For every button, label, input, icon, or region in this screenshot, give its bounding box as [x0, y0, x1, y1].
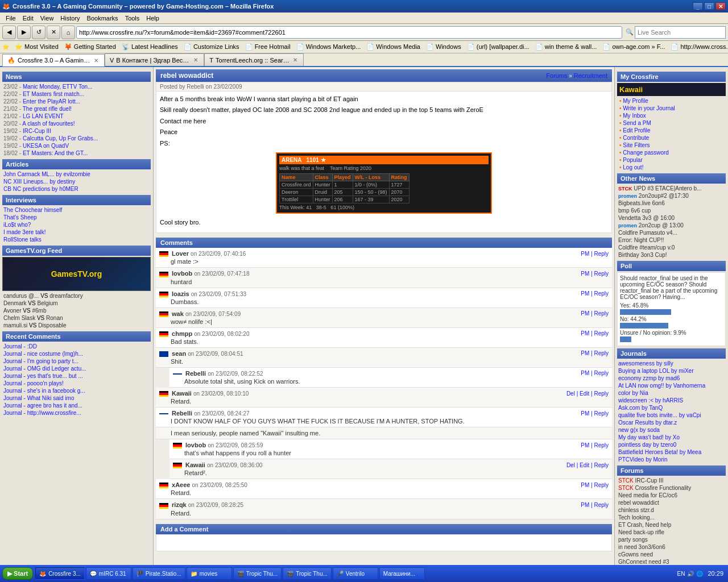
bookmark-item[interactable]: 📄 Free Hotmail: [243, 43, 293, 51]
news-item[interactable]: 19/02 - IRC-Cup III: [2, 127, 151, 135]
back-button[interactable]: ◀: [2, 26, 16, 39]
news-item[interactable]: 22/02 - ET Masters first match...: [2, 90, 151, 98]
recent-comment-item[interactable]: Journal - http://www.crossfire...: [2, 409, 151, 417]
other-news-item[interactable]: promen 2on2cup @ 13:00: [617, 222, 726, 229]
team1[interactable]: Chelm Slask: [3, 315, 35, 321]
tray-vol[interactable]: 🔊: [687, 571, 694, 577]
menu-help[interactable]: Help: [143, 14, 163, 23]
news-item[interactable]: 21/02 - LG LAN EVENT: [2, 113, 151, 120]
recent-comment-item[interactable]: Journal - I'm going to party t...: [2, 357, 151, 365]
comment-author[interactable]: Lover: [172, 250, 189, 257]
comment-author[interactable]: lovbob: [172, 270, 192, 277]
forum-item[interactable]: Need back-up rifle: [617, 529, 726, 536]
interview-item[interactable]: iLo$t who?: [2, 221, 151, 228]
team1[interactable]: mamuli.si: [3, 322, 27, 329]
team1[interactable]: candurus @...: [3, 293, 39, 299]
menu-tools[interactable]: Tools: [122, 14, 143, 23]
stop-button[interactable]: ✕: [47, 26, 60, 39]
article-item[interactable]: NC XIII Lineups... by destiny: [2, 178, 151, 185]
other-news-item[interactable]: STCK UPD #3 ETACE|Antero b...: [617, 185, 726, 192]
team2[interactable]: Ronan: [46, 315, 63, 321]
bookmark-item[interactable]: 🦊 Getting Started: [62, 43, 118, 51]
forum-item[interactable]: STCK Crossfire Functionality: [617, 484, 726, 492]
crossfire-link[interactable]: Edit Profile: [617, 127, 726, 134]
comment-actions[interactable]: PM | Reply: [581, 442, 609, 448]
crossfire-link[interactable]: Change password: [617, 149, 726, 156]
other-news-item[interactable]: Coldfire #team/cup v.0: [617, 244, 726, 251]
browser-tab[interactable]: TTorrentLeech.org :: Search results for …: [204, 53, 304, 66]
search-input[interactable]: [635, 26, 726, 39]
crossfire-link[interactable]: Site Filters: [617, 142, 726, 149]
news-item[interactable]: 18/02 - ET Masters: And the GT...: [2, 149, 151, 157]
browser-tab[interactable]: VВ Контакте | Эдгар Вессик Варажан✕: [105, 53, 204, 66]
journal-item[interactable]: PTCVideo by Morin: [617, 456, 726, 463]
forum-item[interactable]: cGowns need: [617, 551, 726, 558]
recent-comment-item[interactable]: Journal - she's in a facebook g...: [2, 387, 151, 394]
comment-actions[interactable]: PM | Reply: [581, 410, 609, 417]
bookmark-item[interactable]: 📄 Windows Marketp...: [294, 43, 363, 51]
news-item[interactable]: 21/02 - The great rifle duel!: [2, 105, 151, 113]
comment-author[interactable]: loazis: [172, 290, 189, 297]
journal-item[interactable]: Oscar Results by dtar.z: [617, 419, 726, 426]
forums-link[interactable]: Forums: [546, 72, 567, 79]
crossfire-link[interactable]: Write in your Journal: [617, 105, 726, 112]
tab-close-button[interactable]: ✕: [93, 57, 100, 64]
bookmark-item[interactable]: 📄 (url) [wallpaper.di...: [465, 43, 532, 51]
comment-author[interactable]: lovbob: [185, 442, 206, 448]
other-news-item[interactable]: bmp 6v6 cup: [617, 207, 726, 214]
address-bar[interactable]: [76, 26, 622, 39]
forum-item[interactable]: ET Crash, Need help: [617, 521, 726, 529]
menu-file[interactable]: File: [2, 14, 19, 23]
forward-button[interactable]: ▶: [17, 26, 31, 39]
forum-item[interactable]: rebel wowaddict: [617, 499, 726, 506]
comment-actions[interactable]: PM | Reply: [581, 502, 609, 508]
article-item[interactable]: CB NC predictions by h0MER: [2, 185, 151, 193]
news-item[interactable]: 23/02 - Manic Monday, ETTV Ton...: [2, 83, 151, 90]
journal-item[interactable]: At LAN now omg!! by Vanhomerna: [617, 382, 726, 389]
tray-net[interactable]: 🌐: [696, 571, 703, 577]
news-item[interactable]: 19/02 - Calcutta Cup, Up For Grabs...: [2, 135, 151, 142]
comment-author[interactable]: Kawaii: [172, 390, 192, 397]
comment-author[interactable]: rizqk: [172, 501, 187, 508]
comment-actions[interactable]: Del | Edit | Reply: [566, 390, 609, 397]
browser-tab[interactable]: 🔥Crossfire 3.0 – A Gaming Community – ..…: [2, 54, 105, 66]
other-news-item[interactable]: Coldfire Pumasuto v4...: [617, 229, 726, 236]
bookmark-item[interactable]: 📄 own-age.com » F...: [600, 43, 667, 51]
maximize-button[interactable]: □: [704, 2, 714, 10]
comment-actions[interactable]: Del | Edit | Reply: [566, 462, 609, 468]
interview-item[interactable]: I made 3ere talk!: [2, 228, 151, 236]
comment-author[interactable]: xAeee: [172, 481, 190, 488]
menu-history[interactable]: History: [57, 14, 83, 23]
tab-close-button[interactable]: ✕: [292, 57, 299, 63]
comment-author[interactable]: Rebelli: [172, 410, 192, 417]
news-item[interactable]: 19/02 - UKESA on QuadV: [2, 142, 151, 149]
journal-item[interactable]: economy zzmp by mad6: [617, 375, 726, 382]
close-button[interactable]: ✕: [715, 2, 726, 10]
other-news-item[interactable]: promen 2on2oup#2 @17:30: [617, 192, 726, 199]
taskbar-item[interactable]: 🎤Ventrilo: [333, 567, 378, 580]
forum-item[interactable]: party songs: [617, 536, 726, 543]
journal-item[interactable]: qualite five bots invite... by vaCpi: [617, 411, 726, 419]
comment-actions[interactable]: PM | Reply: [581, 330, 609, 336]
taskbar-item[interactable]: 🎬Tropic Thu...: [283, 567, 332, 580]
menu-view[interactable]: View: [37, 14, 57, 23]
crossfire-link[interactable]: Contribute: [617, 134, 726, 142]
journal-item[interactable]: color by Nia: [617, 389, 726, 397]
interview-item[interactable]: That's Sheep: [2, 214, 151, 221]
taskbar-item[interactable]: 📁movies: [187, 567, 232, 580]
taskbar-item[interactable]: 💬mIRC 6.31: [86, 567, 131, 580]
interview-item[interactable]: The Choochear himself: [2, 206, 151, 214]
menu-bookmarks[interactable]: Bookmarks: [84, 14, 122, 23]
team2[interactable]: #6mb: [32, 307, 46, 314]
taskbar-item-extra[interactable]: Магашини...: [379, 567, 425, 580]
journal-item[interactable]: new g(x by soda: [617, 426, 726, 434]
interview-item[interactable]: RollStone talks: [2, 236, 151, 243]
tab-close-button[interactable]: ✕: [192, 57, 199, 63]
journal-item[interactable]: My day was't bad! by Xo: [617, 434, 726, 441]
crossfire-link[interactable]: Send a PM: [617, 119, 726, 127]
comment-actions[interactable]: PM | Reply: [581, 310, 609, 317]
recruitment-link[interactable]: Recruitment: [574, 72, 607, 79]
journal-item[interactable]: Buying a laptop LOL by miXer: [617, 367, 726, 375]
other-news-item[interactable]: Error: Night CUP!!: [617, 236, 726, 244]
other-news-item[interactable]: Bigbeats.live 6on6: [617, 199, 726, 207]
